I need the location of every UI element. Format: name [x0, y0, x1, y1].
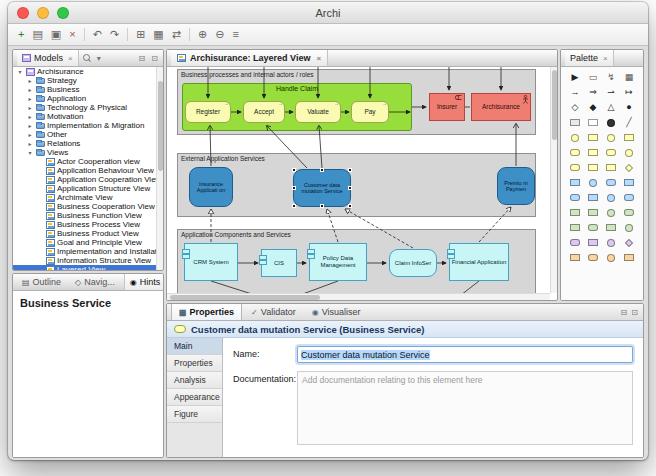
palette-tool[interactable] — [566, 131, 584, 144]
maximize-panel-icon[interactable]: ⊡ — [630, 308, 639, 317]
properties-tab[interactable]: ▦ Properties — [171, 304, 242, 320]
properties-tab[interactable]: ✓ Validator — [244, 304, 303, 320]
palette-tool[interactable] — [602, 221, 620, 234]
toolbar-button[interactable]: ⊖ — [215, 29, 224, 40]
tree-item[interactable]: ▸ Other — [13, 130, 163, 139]
palette-tool[interactable] — [620, 206, 638, 219]
palette-tool[interactable]: ● — [620, 101, 638, 114]
palette-tool[interactable] — [584, 206, 602, 219]
models-tab[interactable]: Models × — [17, 50, 79, 66]
tree-item[interactable]: ▾ Views — [13, 148, 163, 157]
palette-tool[interactable] — [602, 236, 620, 249]
tree-item[interactable]: ▸ Implementation & Migration — [13, 121, 163, 130]
palette-tool[interactable]: ▶ — [566, 71, 584, 84]
disclosure-triangle-icon[interactable]: ▾ — [16, 68, 24, 75]
palette-tool[interactable] — [566, 176, 584, 189]
toolbar-button[interactable]: ▣ — [51, 29, 61, 40]
tree-item[interactable]: Archimate View — [13, 193, 163, 202]
selection-handle[interactable] — [348, 204, 352, 208]
toolbar-button[interactable]: ⇄ — [172, 29, 181, 40]
palette-tool[interactable]: ◇ — [566, 101, 584, 114]
selection-handle[interactable] — [320, 204, 324, 208]
maximize-panel-icon[interactable]: ⊡ — [150, 54, 159, 63]
canvas-vscrollbar[interactable] — [550, 67, 557, 293]
palette-tool[interactable] — [620, 131, 638, 144]
properties-side-tab[interactable]: Properties — [167, 355, 222, 372]
selection-handle[interactable] — [348, 186, 352, 190]
toolbar-button[interactable]: ▦ — [153, 29, 163, 40]
minimize-window-button[interactable] — [37, 7, 49, 19]
palette-tool[interactable] — [566, 161, 584, 174]
palette-tool[interactable]: ↯ — [602, 71, 620, 84]
view-tab[interactable]: ◇ Navig... — [70, 274, 120, 290]
toolbar-button[interactable]: ⊞ — [136, 29, 145, 40]
node-accept[interactable]: → Accept — [243, 101, 285, 123]
node-crm-system[interactable]: CRM System — [184, 243, 238, 281]
tree-item[interactable]: ▸ Business — [13, 85, 163, 94]
palette-tool[interactable]: ╱ — [620, 116, 638, 129]
toolbar-button[interactable]: + — [18, 29, 24, 40]
tree-item[interactable]: Implementation and Installation — [13, 247, 163, 256]
selection-handle[interactable] — [292, 204, 296, 208]
palette-tool[interactable] — [602, 116, 620, 129]
palette-tool[interactable] — [584, 251, 602, 264]
node-insurance-application[interactable]: Insurance Applicati on — [189, 167, 233, 207]
palette-tool[interactable]: △ — [602, 101, 620, 114]
toolbar-button[interactable]: × — [69, 29, 75, 40]
palette-tool[interactable]: ⇀ — [602, 86, 620, 99]
palette-tool[interactable] — [602, 191, 620, 204]
palette-tool[interactable] — [584, 146, 602, 159]
palette-tool[interactable] — [584, 191, 602, 204]
toolbar-button[interactable] — [84, 28, 85, 41]
node-premium-payment[interactable]: Premiu m Paymen — [497, 167, 535, 205]
palette-tool[interactable]: ▭ — [584, 71, 602, 84]
view-tab[interactable]: ▤ Outline — [17, 274, 66, 290]
view-tab[interactable]: ◉ Hints — [124, 274, 164, 290]
tree-item[interactable]: Layered View — [13, 265, 163, 270]
disclosure-triangle-icon[interactable]: ▾ — [26, 149, 34, 156]
palette-tool[interactable] — [566, 116, 584, 129]
palette-tool[interactable]: ↦ — [620, 86, 638, 99]
tree-item[interactable]: Application Structure View — [13, 184, 163, 193]
selection-handle[interactable] — [292, 186, 296, 190]
tree-item[interactable]: Business Function View — [13, 211, 163, 220]
tree-item[interactable]: Actor Cooperation view — [13, 157, 163, 166]
tree-item[interactable]: Business Cooperation View — [13, 202, 163, 211]
palette-tool[interactable] — [602, 176, 620, 189]
tree-item[interactable]: Application Behaviour View — [13, 166, 163, 175]
palette-tool[interactable]: ▦ — [620, 71, 638, 84]
scrollbar-thumb[interactable] — [552, 70, 557, 140]
palette-tool[interactable] — [620, 161, 638, 174]
tree-item[interactable]: Business Product View — [13, 229, 163, 238]
disclosure-triangle-icon[interactable]: ▸ — [26, 86, 34, 93]
palette-tool[interactable] — [566, 191, 584, 204]
toolbar-button[interactable]: ⊕ — [198, 29, 207, 40]
tree-item[interactable]: Application Cooperation View — [13, 175, 163, 184]
tree-item[interactable]: Business Process View — [13, 220, 163, 229]
node-claim-info-service[interactable]: Claim InfoSer — [389, 249, 437, 277]
node-customer-data-mutation-service[interactable]: Customer data mutation Service — [293, 169, 351, 207]
name-input[interactable]: Customer data mutation Service — [297, 346, 633, 363]
tree-item[interactable]: ▾ Archisurance — [13, 67, 163, 76]
palette-tool[interactable] — [584, 161, 602, 174]
properties-side-tab[interactable]: Main — [167, 338, 222, 355]
palette-tool[interactable] — [620, 146, 638, 159]
tree-item[interactable]: ▸ Application — [13, 94, 163, 103]
palette-tool[interactable] — [602, 146, 620, 159]
disclosure-triangle-icon[interactable]: ▸ — [26, 95, 34, 102]
minimize-panel-icon[interactable]: ⊟ — [138, 54, 147, 63]
tree-item[interactable]: ▸ Strategy — [13, 76, 163, 85]
selection-handle[interactable] — [348, 168, 352, 172]
close-icon[interactable]: × — [316, 54, 321, 63]
close-window-button[interactable] — [17, 7, 29, 19]
canvas-hscrollbar[interactable] — [167, 293, 550, 300]
palette-tool[interactable] — [566, 146, 584, 159]
toolbar-button[interactable]: ↶ — [93, 29, 102, 40]
palette-tool[interactable] — [584, 221, 602, 234]
palette-tool[interactable] — [584, 176, 602, 189]
properties-tab[interactable]: ◉ Visualiser — [305, 304, 368, 320]
palette-tool[interactable] — [602, 206, 620, 219]
diagram-canvas[interactable]: Business processes and internal actors /… — [167, 67, 550, 293]
search-icon[interactable] — [83, 54, 92, 63]
node-financial-application[interactable]: Financial Application — [449, 243, 509, 281]
